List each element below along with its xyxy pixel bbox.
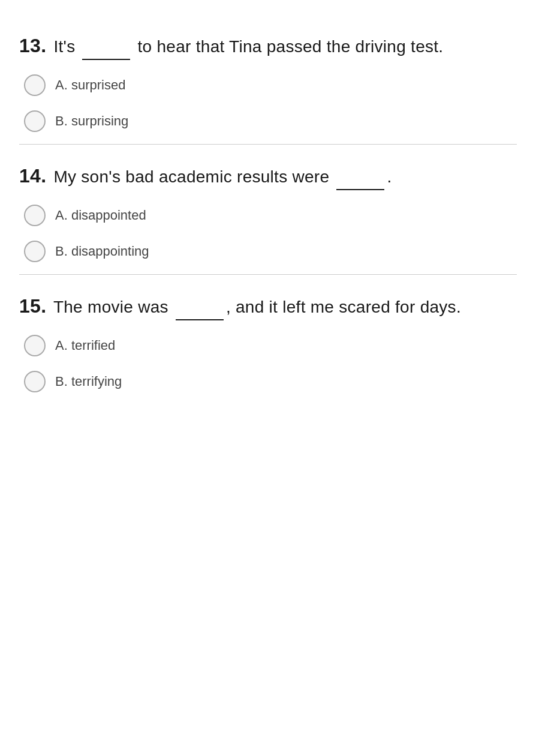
question-15-radio-a[interactable] [24,335,46,356]
question-14-radio-a[interactable] [24,205,46,226]
question-15-options: A. terrified B. terrifying [19,335,517,392]
question-13-radio-b[interactable] [24,110,46,132]
question-14-label-a: A. disappointed [55,208,146,223]
question-15-option-b[interactable]: B. terrifying [24,371,517,392]
question-13-options: A. surprised B. surprising [19,74,517,132]
question-14: 14. My son's bad academic results were .… [19,144,517,274]
question-14-option-b[interactable]: B. disappointing [24,241,517,262]
question-14-option-a[interactable]: A. disappointed [24,205,517,226]
question-15-number: 15. [19,295,46,317]
question-15-blank [176,294,224,320]
question-13-text: 13. It's to hear that Tina passed the dr… [19,31,517,60]
question-13-blank [82,34,130,60]
question-13: 13. It's to hear that Tina passed the dr… [19,14,517,144]
question-14-number: 14. [19,165,46,187]
question-15: 15. The movie was , and it left me scare… [19,274,517,404]
question-14-options: A. disappointed B. disappointing [19,205,517,262]
question-15-text: 15. The movie was , and it left me scare… [19,292,517,320]
question-13-option-b[interactable]: B. surprising [24,110,517,132]
question-15-label-a: A. terrified [55,338,115,353]
question-15-label-b: B. terrifying [55,374,122,389]
question-15-radio-b[interactable] [24,371,46,392]
question-14-radio-b[interactable] [24,241,46,262]
question-15-option-a[interactable]: A. terrified [24,335,517,356]
question-13-radio-a[interactable] [24,74,46,96]
question-13-number: 13. [19,35,46,56]
question-14-blank [336,164,384,190]
question-13-label-a: A. surprised [55,77,125,93]
question-13-option-a[interactable]: A. surprised [24,74,517,96]
question-14-label-b: B. disappointing [55,244,149,259]
question-14-text: 14. My son's bad academic results were . [19,161,517,190]
question-13-label-b: B. surprising [55,113,128,129]
